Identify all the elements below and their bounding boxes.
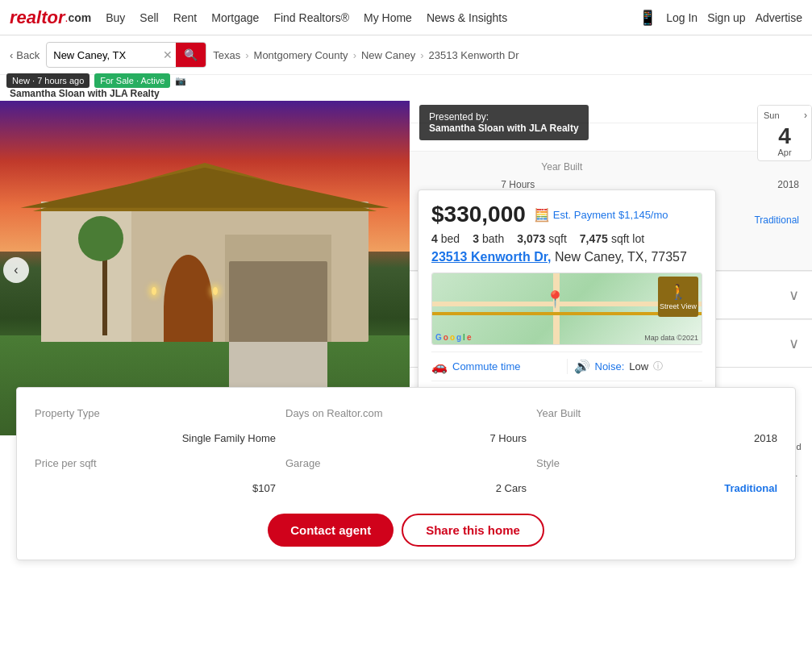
sqft-label: sqft xyxy=(548,232,567,245)
detail-garage-label: Garage xyxy=(281,451,531,476)
search-clear-button[interactable]: ✕ xyxy=(160,48,176,61)
est-payment: 🧮 Est. Payment $1,145/mo xyxy=(534,207,668,223)
noise-info-icon[interactable]: ⓘ xyxy=(653,360,663,373)
open-houses-chevron-icon: ∨ xyxy=(789,286,799,304)
detail-style-value: Traditional xyxy=(531,476,782,501)
info-card: $330,000 🧮 Est. Payment $1,145/mo 4 bed … xyxy=(418,189,716,413)
back-button[interactable]: ‹ Back xyxy=(10,49,40,61)
action-buttons-popup: Contact agent Share this home xyxy=(30,514,782,547)
agent-name: Samantha Sloan xyxy=(10,88,85,99)
search-input-wrap: ✕ 🔍 xyxy=(46,42,206,68)
top-navigation: realtor.com Buy Sell Rent Mortgage Find … xyxy=(0,0,812,35)
calculator-icon: 🧮 xyxy=(534,207,550,223)
nav-find-realtors[interactable]: Find Realtors® xyxy=(273,11,349,24)
search-bar: ‹ Back ✕ 🔍 Texas › Montgomery County › N… xyxy=(0,35,812,75)
google-label: Google xyxy=(435,333,471,342)
commute-time-button[interactable]: 🚗 Commute time xyxy=(431,359,560,374)
cal-next-button[interactable]: › xyxy=(802,108,809,123)
sqft-count: 3,073 xyxy=(517,232,545,245)
map-area[interactable]: 📍 🚶 Street View Google Map data ©2021 xyxy=(431,273,702,345)
nav-rent[interactable]: Rent xyxy=(173,11,198,24)
nav-links: Buy Sell Rent Mortgage Find Realtors® My… xyxy=(106,11,639,24)
detail-price-sqft-label: Price per sqft xyxy=(30,451,281,476)
photo-nav-left-button[interactable]: ‹ xyxy=(3,257,29,283)
logo-text: realtor xyxy=(10,7,65,28)
detail-price-sqft-value: $107 xyxy=(30,476,281,501)
company-name: JLA Realty xyxy=(110,88,160,99)
detail-property-type-value: Single Family Home xyxy=(30,426,281,451)
logo[interactable]: realtor.com xyxy=(10,7,91,28)
cal-month-name: Apr xyxy=(758,148,811,160)
noise-icon: 🔊 xyxy=(574,359,590,374)
breadcrumb-address[interactable]: 23513 Kenworth Dr xyxy=(429,49,519,61)
overlay-agent: Samantha Sloan xyxy=(429,123,504,134)
address-street[interactable]: 23513 Kenworth Dr, xyxy=(431,250,552,264)
breadcrumb-texas[interactable]: Texas xyxy=(213,49,240,61)
badge-sale: For Sale · Active xyxy=(94,73,170,88)
bg-year-label: Year Built xyxy=(541,161,799,173)
property-photo xyxy=(0,101,410,435)
detail-style-label: Style xyxy=(531,451,782,476)
noise-level: Low xyxy=(629,360,648,372)
search-input[interactable] xyxy=(47,49,160,61)
commute-icon: 🚗 xyxy=(431,359,448,374)
bath-count: 3 xyxy=(473,232,479,245)
address-city: New Caney, TX, 77357 xyxy=(555,250,687,264)
details-grid: Property Type Days on Realtor.com Year B… xyxy=(30,401,782,501)
bath-label: bath xyxy=(482,232,504,245)
share-home-button-popup[interactable]: Share this home xyxy=(402,514,544,547)
lot-label: sqft lot xyxy=(611,232,644,245)
property-price: $330,000 🧮 Est. Payment $1,145/mo xyxy=(431,202,702,227)
nav-mortgage[interactable]: Mortgage xyxy=(211,11,259,24)
cal-day: 4 xyxy=(758,125,811,148)
commute-label: Commute time xyxy=(452,360,521,372)
noise-label: Noise: xyxy=(595,360,625,372)
overlay-label: Presented by: xyxy=(429,111,579,123)
nav-my-home[interactable]: My Home xyxy=(364,11,412,24)
detail-garage-value: 2 Cars xyxy=(281,476,531,501)
property-stats: 4 bed 3 bath 3,073 sqft 7,475 sqft lot xyxy=(431,232,702,245)
cal-month-label: Sun xyxy=(760,109,783,122)
login-button[interactable]: Log In xyxy=(666,11,697,24)
bed-label: bed xyxy=(441,232,460,245)
back-label: Back xyxy=(16,49,40,61)
mobile-icon[interactable]: 📱 xyxy=(639,9,656,27)
signup-button[interactable]: Sign up xyxy=(707,11,745,24)
breadcrumb-city[interactable]: New Caney xyxy=(361,49,415,61)
property-address: 23513 Kenworth Dr, New Caney, TX, 77357 xyxy=(431,250,702,264)
detail-days-label: Days on Realtor.com xyxy=(281,401,531,426)
photo-badges: New · 7 hours ago For Sale · Active 📷 1 … xyxy=(6,73,211,88)
detail-property-type-label: Property Type xyxy=(30,401,281,426)
detail-year-label: Year Built xyxy=(531,401,782,426)
detail-days-value: 7 Hours xyxy=(281,426,531,451)
nav-news[interactable]: News & Insights xyxy=(427,11,507,24)
lot-count: 7,475 xyxy=(580,232,608,245)
noise-level-button[interactable]: 🔊 Noise: Low ⓘ xyxy=(574,359,703,374)
map-pin: 📍 xyxy=(545,289,565,309)
nav-right: 📱 Log In Sign up Advertise xyxy=(639,9,802,27)
breadcrumb-county[interactable]: Montgomery County xyxy=(254,49,348,61)
bed-count: 4 xyxy=(431,232,438,245)
amenities-row: 🚗 Commute time 🔊 Noise: Low ⓘ xyxy=(431,352,702,374)
detail-year-value: 2018 xyxy=(531,426,782,451)
badge-photo-count: 📷 1 / 30 xyxy=(175,76,211,86)
search-submit-button[interactable]: 🔍 xyxy=(176,42,206,68)
calendar-widget: Sun › 4 Apr xyxy=(757,105,812,161)
nav-buy[interactable]: Buy xyxy=(106,11,125,24)
property-details-chevron-icon: ∨ xyxy=(789,335,799,352)
est-payment-label: Est. Payment xyxy=(553,209,615,221)
map-data-label: Map data ©2021 xyxy=(644,334,698,342)
back-chevron-icon: ‹ xyxy=(10,49,13,61)
breadcrumb: Texas › Montgomery County › New Caney › … xyxy=(213,49,518,61)
street-view-button[interactable]: 🚶 Street View xyxy=(658,277,698,317)
details-popup: Property Type Days on Realtor.com Year B… xyxy=(16,387,796,560)
street-view-label: Street View xyxy=(660,302,697,310)
est-payment-value: $1,145/mo xyxy=(618,209,668,221)
bg-year-value: 2018 xyxy=(541,179,799,190)
presented-overlay: Presented by: Samantha Sloan with JLA Re… xyxy=(419,105,589,140)
advertise-button[interactable]: Advertise xyxy=(756,11,802,24)
contact-agent-button-popup[interactable]: Contact agent xyxy=(268,514,394,547)
badge-new: New · 7 hours ago xyxy=(6,73,90,88)
nav-sell[interactable]: Sell xyxy=(139,11,158,24)
overlay-company: JLA Realty xyxy=(529,123,579,134)
